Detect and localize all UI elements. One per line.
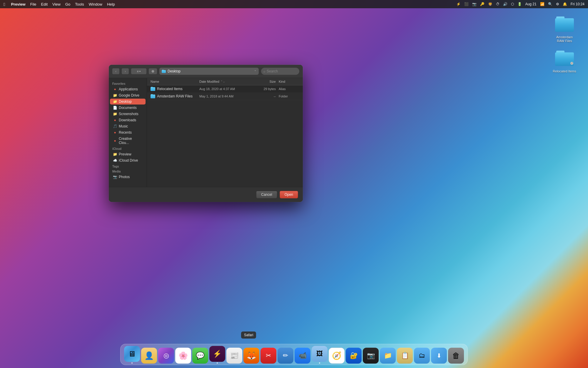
trash-app-icon[interactable]: 🗑 [448,348,464,364]
column-kind[interactable]: Kind [276,80,299,83]
sidebar-item-desktop[interactable]: 📁 Desktop [110,99,146,105]
sidebar-item-icloud-drive[interactable]: ☁️ iCloud Drive [110,158,146,163]
dock-item-safari[interactable]: 🧭 [329,348,345,364]
menubar-icon-screencapture: ⬛ [464,2,469,6]
desktop-icon-relocated-label: Relocated Items [553,69,576,73]
desktop-icon: 📁 [113,100,117,104]
file-row-1[interactable]: Amsterdam RAW Files May 1, 2018 at 9:44 … [147,93,303,100]
menubar-date: Aug 21 [525,2,537,6]
taffy-app-icon[interactable]: ✏ [278,348,293,364]
open-button[interactable]: Open [280,191,298,198]
apple-menu[interactable]:  [4,2,5,7]
view-mode-button[interactable]: ≡ ▾ [131,68,146,74]
darkroom-app-icon[interactable]: 📷 [363,348,379,364]
dock-item-preview[interactable]: 🖼 [312,346,328,364]
dock-item-slack[interactable]: ⚡ [209,346,225,364]
dock-item-zoom[interactable]: 📹 [295,348,310,364]
dock-item-darkroom[interactable]: 📷 [363,348,379,364]
tags-label: Tags [109,164,147,169]
sidebar-item-google-drive[interactable]: 📁 Google Drive [110,92,146,98]
menubar-icon-volume: 🔊 [503,2,507,6]
sidebar-item-music[interactable]: 🎵 Music [110,123,146,129]
go-menu[interactable]: Go [65,2,70,6]
file-size-1: -- [252,95,276,98]
creative-cloud-icon: ● [113,139,117,143]
siri-app-icon[interactable]: ◎ [158,348,174,364]
onepassword-app-icon[interactable]: 🔐 [346,348,362,364]
file-name-0: Relocated Items [157,87,199,91]
screenshots-label: Screenshots [119,112,138,116]
dock-item-taffy[interactable]: ✏ [278,348,293,364]
desktop-icon-relocated[interactable]: ↗ Relocated Items [553,49,576,73]
forward-button[interactable]: › [122,68,129,74]
file-menu[interactable]: File [30,2,36,6]
menubar-icon-search[interactable]: 🔍 [548,2,552,6]
file-icon-amsterdam [151,94,155,98]
tools-menu[interactable]: Tools [75,2,84,6]
safari-app-icon[interactable]: 🧭 [329,348,345,364]
dock-item-firefox[interactable]: 🦊 [243,348,259,364]
icloud-drive-label: iCloud Drive [119,158,138,163]
app-name-menu[interactable]: Preview [11,2,25,6]
dock-item-browsefolder[interactable]: 🗂 [414,348,430,364]
sidebar-item-photos[interactable]: 📷 Photos [110,174,146,180]
sidebar-item-creative-cloud[interactable]: ● Creative Clou... [110,136,146,146]
contacts-app-icon[interactable]: 👤 [141,348,157,364]
menubar-icon-statusbar: ⚡ [456,2,461,6]
recents-label: Recents [119,130,132,135]
column-size[interactable]: Size [252,80,276,83]
file-row-0[interactable]: Relocated Items Aug 18, 2020 at 4:37 AM … [147,85,303,93]
sidebar-item-recents[interactable]: ● Recents [110,130,146,135]
menubar-icon-controlcenter[interactable]: ⚙ [556,2,559,6]
pockity-app-icon[interactable]: ✂ [260,348,276,364]
files-app-icon[interactable]: 📁 [380,348,396,364]
sidebar-item-screenshots[interactable]: 📁 Screenshots [110,111,146,117]
window-menu[interactable]: Window [89,2,102,6]
documents-icon: 📄 [113,106,117,110]
firefox-app-icon[interactable]: 🦊 [243,348,259,364]
messages-app-icon[interactable]: 💬 [192,348,208,364]
dock-item-files[interactable]: 📁 [380,348,396,364]
dock-item-pockity[interactable]: ✂ [260,348,276,364]
dock-item-finder[interactable]: 🖥 [124,346,140,364]
dock-item-siri[interactable]: ◎ [158,348,174,364]
view-menu[interactable]: View [52,2,61,6]
location-bar[interactable]: Desktop ⌃ [159,68,259,75]
downloads-app-icon[interactable]: ⬇ [431,348,447,364]
zoom-app-icon[interactable]: 📹 [295,348,310,364]
filemanager-app-icon[interactable]: 📋 [397,348,413,364]
edit-menu[interactable]: Edit [41,2,48,6]
cancel-button[interactable]: Cancel [256,191,277,198]
photos-app-icon[interactable]: 🌸 [175,348,191,364]
menubar-icon-notification[interactable]: 🔔 [563,2,567,6]
slack-app-icon[interactable]: ⚡ [209,346,225,362]
dock-item-trash[interactable]: 🗑 [448,348,464,364]
sidebar-item-downloads[interactable]: ● Downloads [110,117,146,123]
dock-item-messages[interactable]: 💬 [192,348,208,364]
preview-app-icon[interactable]: 🖼 [312,346,328,362]
search-box[interactable]: ⌕ Search [261,68,299,75]
desktop-icon-amsterdam[interactable]: Amsterdam RAW Files [553,15,576,43]
news-app-icon[interactable]: 📰 [226,348,242,364]
browsefolder-app-icon[interactable]: 🗂 [414,348,430,364]
back-button[interactable]: ‹ [112,68,119,74]
sidebar-item-applications[interactable]: ● Applications [110,86,146,92]
dock-item-news[interactable]: 📰 [226,348,242,364]
dock-item-downloads[interactable]: ⬇ [431,348,447,364]
location-folder-icon [162,70,166,73]
sidebar-item-documents[interactable]: 📄 Documents [110,105,146,111]
favorites-label: Favorites [109,81,147,86]
finder-app-icon[interactable]: 🖥 [124,346,140,362]
column-date-modified[interactable]: Date Modified ⌃⌄ [199,80,252,83]
creative-cloud-label: Creative Clou... [119,137,143,145]
dock-item-contacts[interactable]: 👤 [141,348,157,364]
help-menu[interactable]: Help [107,2,115,6]
dock-item-photos[interactable]: 🌸 [175,348,191,364]
dock-item-1password[interactable]: 🔐 [346,348,362,364]
new-folder-button[interactable]: ⊕ [149,68,157,74]
sidebar-item-preview[interactable]: 📁 Preview [110,151,146,157]
downloads-label: Downloads [119,118,136,122]
view-dropdown-icon: ▾ [139,70,141,73]
dock-item-filemanager[interactable]: 📋 [397,348,413,364]
column-name[interactable]: Name [151,80,199,83]
